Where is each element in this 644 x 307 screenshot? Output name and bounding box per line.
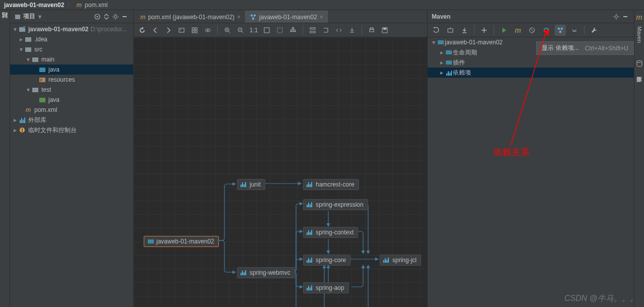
node-core[interactable]: spring-core (303, 255, 350, 266)
gear-icon[interactable] (111, 12, 120, 21)
maven-toolbar: m (428, 23, 634, 37)
zoom-out-icon[interactable] (235, 25, 246, 36)
hide-icon[interactable] (120, 12, 129, 21)
export-icon[interactable] (346, 25, 358, 36)
expand2-icon[interactable] (333, 25, 344, 36)
database-icon[interactable] (636, 60, 642, 67)
node-jcl[interactable]: spring-jcl (380, 255, 421, 266)
close-icon[interactable]: × (320, 14, 323, 21)
tree-scratches[interactable]: ▸临时文件和控制台 (10, 125, 133, 135)
tree-pom[interactable]: mpom.xml (10, 105, 133, 115)
svg-point-7 (114, 15, 117, 18)
filter-icon[interactable] (307, 25, 318, 36)
zoom-in-icon[interactable] (222, 25, 233, 36)
cycle-icon[interactable] (541, 25, 552, 36)
print-icon[interactable] (366, 25, 377, 36)
node-aop[interactable]: spring-aop (303, 282, 349, 293)
project-icon (14, 13, 21, 20)
download-icon[interactable] (459, 25, 470, 36)
node-webmvc[interactable]: spring-webmvc (237, 267, 295, 278)
tab-pom[interactable]: mpom.xml (javaweb-01-maven02)× (136, 11, 245, 23)
structure-icon[interactable] (2, 12, 9, 19)
right-tool-gutter[interactable]: m Maven 数据库 (634, 10, 644, 307)
tree-root[interactable]: ▾javaweb-01-maven02D:\procedur... (10, 24, 133, 34)
svg-point-6 (97, 16, 98, 17)
show-diagram-icon[interactable] (555, 25, 566, 36)
route-icon[interactable] (320, 25, 331, 36)
tree-java-test[interactable]: java (10, 95, 133, 105)
run-icon[interactable] (498, 25, 509, 36)
dashed-icon[interactable] (274, 25, 285, 36)
svg-rect-17 (39, 98, 45, 102)
watermark: CSDN @牛马。。。 (564, 293, 638, 304)
svg-rect-53 (561, 28, 563, 29)
tooltip-text: 显示 依赖项... (542, 44, 578, 52)
node-junit[interactable]: junit (237, 179, 265, 190)
forward-icon[interactable] (163, 25, 174, 36)
expand-icon[interactable] (102, 12, 111, 21)
refresh-icon[interactable] (137, 25, 148, 36)
svg-rect-35 (277, 28, 282, 33)
left-tool-gutter[interactable]: 结构 (0, 10, 10, 307)
svg-point-38 (292, 30, 294, 32)
breadcrumb-file[interactable]: pom.xml (85, 2, 107, 9)
tab-diagram[interactable]: javaweb-01-maven02× (245, 11, 328, 23)
node-root[interactable]: javaweb-01-maven02 (144, 236, 219, 247)
maven-icon: m (140, 14, 146, 21)
svg-point-59 (637, 60, 642, 63)
add-icon[interactable] (479, 25, 490, 36)
maven-plugins[interactable]: ▸插件 (428, 57, 634, 68)
node-context[interactable]: spring-context (303, 227, 358, 238)
tree-main[interactable]: ▾main (10, 54, 133, 65)
svg-rect-19 (22, 129, 23, 131)
image-icon[interactable] (176, 25, 187, 36)
close-icon[interactable]: × (237, 14, 241, 21)
tab-label: javaweb-01-maven02 (259, 14, 317, 21)
grid-icon[interactable] (189, 25, 200, 36)
back-icon[interactable] (150, 25, 161, 36)
node-expression[interactable]: spring-expression (303, 199, 368, 210)
maven-tool-label[interactable]: Maven (636, 26, 642, 43)
tree-test[interactable]: ▾test (10, 85, 133, 95)
locate-icon[interactable] (93, 12, 102, 21)
hide-icon[interactable] (621, 12, 630, 21)
generate-icon[interactable] (445, 25, 456, 36)
svg-rect-41 (310, 31, 315, 33)
svg-point-51 (544, 28, 548, 32)
tree-resources[interactable]: resources (10, 75, 133, 85)
svg-rect-3 (6, 16, 8, 18)
tree-java-main[interactable]: java (10, 65, 133, 75)
fit-icon[interactable] (261, 25, 272, 36)
maven-m-icon[interactable]: m (512, 25, 523, 36)
tree-src[interactable]: ▾src (10, 44, 133, 54)
diagram-icon (250, 14, 257, 21)
zoom-actual-icon[interactable]: 1:1 (248, 25, 259, 36)
tree-ext-libs[interactable]: ▸外部库 (10, 115, 133, 125)
maven-dependencies[interactable]: ▸依赖项 (428, 68, 634, 78)
wrench-icon[interactable] (589, 25, 600, 36)
eye-icon[interactable] (202, 25, 213, 36)
breadcrumb-project[interactable]: javaweb-01-maven02 (4, 2, 64, 9)
svg-rect-14 (39, 68, 45, 72)
save-icon[interactable] (379, 25, 390, 36)
svg-rect-54 (559, 31, 561, 33)
svg-rect-46 (148, 239, 154, 243)
svg-rect-26 (192, 28, 194, 30)
svg-rect-11 (25, 37, 31, 42)
svg-rect-27 (195, 28, 197, 30)
diagram-canvas[interactable]: javaweb-01-maven02 junit hamcrest-core s… (134, 37, 427, 307)
layout-icon[interactable] (287, 25, 299, 36)
breadcrumb-sep: 〉 (67, 1, 73, 9)
svg-rect-8 (123, 16, 127, 17)
diagram-toolbar: 1:1 (134, 23, 427, 37)
tree-idea[interactable]: ▸.idea (10, 34, 133, 44)
collapse-icon[interactable] (569, 25, 580, 36)
gear-icon[interactable] (612, 12, 621, 21)
svg-rect-4 (15, 15, 20, 19)
maven-icon: m (76, 2, 82, 9)
chevron-down-icon[interactable]: ▾ (38, 13, 41, 20)
node-hamcrest[interactable]: hamcrest-core (303, 179, 359, 190)
maven-logo-icon[interactable]: m (636, 13, 642, 21)
skip-tests-icon[interactable] (526, 25, 538, 36)
reload-icon[interactable] (431, 25, 442, 36)
